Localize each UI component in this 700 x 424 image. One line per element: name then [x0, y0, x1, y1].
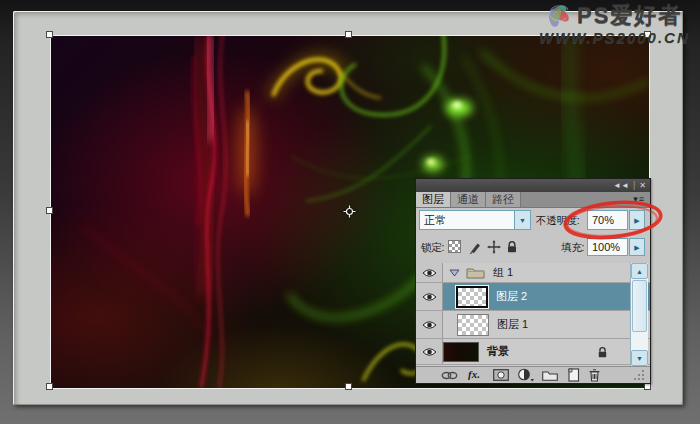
layer-thumbnail[interactable] [457, 314, 489, 336]
scroll-down-icon[interactable]: ▼ [631, 350, 648, 366]
layer-name: 背景 [487, 344, 509, 359]
link-layers-icon[interactable] [441, 371, 458, 380]
scrollbar-thumb[interactable] [632, 280, 647, 332]
panel-tab-bar: 图层 通道 路径 ▾≡ [416, 192, 650, 208]
photoshop-workspace: PS爱好者 WWW.PS2000.CN ◄◄ | ✕ 图层 通道 路径 ▾≡ 正… [0, 0, 700, 424]
transform-handle-middle-left[interactable] [46, 207, 53, 214]
layer-name: 图层 2 [496, 289, 527, 304]
eye-icon [422, 292, 437, 302]
background-thumbnail[interactable] [443, 342, 479, 362]
scroll-up-icon[interactable]: ▲ [631, 263, 648, 279]
new-layer-icon[interactable] [567, 368, 580, 382]
layer-thumbnail[interactable] [456, 286, 488, 308]
close-panel-icon[interactable]: ✕ [639, 182, 646, 190]
fill-spinner-icon[interactable]: ▶ [629, 238, 645, 256]
titlebar-divider: | [633, 181, 635, 190]
visibility-toggle[interactable] [416, 283, 443, 310]
tab-channels[interactable]: 通道 [451, 192, 486, 207]
background-lock-icon [596, 346, 609, 359]
collapse-panel-icon[interactable]: ◄◄ [613, 182, 629, 190]
group-folder-icon [466, 266, 485, 279]
layer-list-scrollbar: ▲ ▼ [630, 263, 648, 366]
eye-icon [422, 268, 437, 278]
transform-reference-point[interactable] [343, 205, 356, 218]
fill-label: 填充: [561, 241, 584, 255]
fill-value: 100% [588, 241, 620, 253]
opacity-field[interactable]: 70% [587, 210, 628, 230]
transform-handle-bottom-middle[interactable] [345, 383, 352, 390]
lock-position-move-icon[interactable] [487, 240, 501, 254]
lock-paint-brush-icon[interactable] [468, 240, 482, 254]
blend-mode-value: 正常 [420, 213, 446, 228]
visibility-toggle[interactable] [416, 339, 443, 364]
opacity-label: 不透明度: [536, 214, 579, 228]
lock-transparency-icon[interactable] [448, 240, 461, 253]
delete-layer-trash-icon[interactable] [588, 368, 601, 382]
add-layer-mask-icon[interactable] [493, 369, 509, 381]
panel-resize-grip[interactable] [634, 370, 645, 381]
layer-name: 组 1 [493, 265, 513, 280]
layers-panel: ◄◄ | ✕ 图层 通道 路径 ▾≡ 正常 ▼ 不透明度: 70% ▶ [415, 178, 651, 384]
visibility-toggle[interactable] [416, 263, 443, 282]
opacity-spinner-icon[interactable]: ▶ [629, 210, 645, 230]
lock-all-padlock-icon[interactable] [505, 240, 519, 254]
transform-handle-top-left[interactable] [46, 31, 53, 38]
layer-row-group[interactable]: 组 1 [416, 263, 650, 283]
transform-handle-bottom-left[interactable] [46, 383, 53, 390]
adjustment-layer-icon[interactable] [517, 368, 535, 382]
layer-list: 组 1 图层 2 [416, 263, 650, 366]
layer-row-layer2[interactable]: 图层 2 [416, 283, 650, 311]
eye-icon [422, 320, 437, 330]
tab-paths[interactable]: 路径 [486, 192, 521, 207]
transform-handle-top-middle[interactable] [345, 31, 352, 38]
layer-row-layer1[interactable]: 图层 1 [416, 311, 650, 339]
blend-mode-dropdown-icon[interactable]: ▼ [514, 210, 531, 230]
new-group-icon[interactable] [542, 370, 558, 381]
panel-menu-icon[interactable]: ▾≡ [633, 194, 645, 204]
group-expand-triangle-icon[interactable] [449, 268, 460, 277]
transform-handle-bottom-right[interactable] [644, 383, 651, 390]
fill-field[interactable]: 100% [587, 238, 628, 256]
visibility-toggle[interactable] [416, 311, 443, 338]
layer-name: 图层 1 [497, 317, 528, 332]
tab-layers[interactable]: 图层 [416, 192, 451, 207]
panel-bottom-bar: fx. [416, 366, 650, 383]
panel-titlebar: ◄◄ | ✕ [416, 179, 650, 192]
eye-icon [422, 347, 437, 357]
lock-label: 锁定: [421, 241, 444, 255]
opacity-value: 70% [588, 214, 614, 226]
panel-controls: 正常 ▼ 不透明度: 70% ▶ 锁定: [416, 208, 650, 263]
layer-row-background[interactable]: 背景 [416, 339, 650, 365]
transform-handle-top-right[interactable] [644, 31, 651, 38]
layer-style-fx-icon[interactable]: fx. [468, 368, 480, 381]
